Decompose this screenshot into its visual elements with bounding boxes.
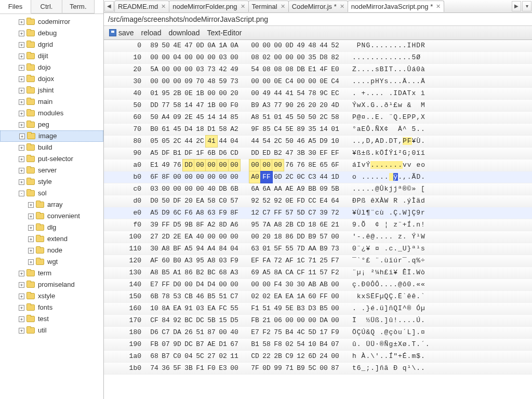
- hex-byte[interactable]: DA: [171, 327, 183, 338]
- hex-byte[interactable]: E4: [318, 195, 329, 207]
- hex-byte[interactable]: 44: [183, 136, 194, 147]
- hex-byte[interactable]: 03: [217, 255, 229, 267]
- hex-byte[interactable]: 91: [183, 303, 194, 314]
- hex-byte[interactable]: 6F: [149, 171, 160, 183]
- hex-byte[interactable]: 47: [194, 100, 206, 111]
- hex-byte[interactable]: 01: [329, 124, 341, 135]
- hex-byte[interactable]: 10: [329, 136, 341, 147]
- hex-byte[interactable]: 5F: [272, 243, 284, 255]
- hex-byte[interactable]: 59: [217, 76, 229, 87]
- hex-byte[interactable]: EA: [171, 303, 183, 314]
- hex-byte[interactable]: 00: [329, 291, 341, 302]
- hex-byte[interactable]: DB: [217, 183, 229, 195]
- hex-byte[interactable]: EC: [329, 88, 341, 99]
- hex-byte[interactable]: 00: [295, 315, 307, 326]
- hex-byte[interactable]: 01: [261, 243, 272, 255]
- hex-byte[interactable]: 49: [261, 88, 272, 99]
- expand-icon[interactable]: +: [19, 271, 24, 276]
- hex-byte[interactable]: 5A: [149, 64, 160, 75]
- hex-byte[interactable]: AA: [307, 243, 318, 255]
- hex-byte[interactable]: 2C: [272, 136, 284, 147]
- expand-icon[interactable]: +: [19, 134, 25, 139]
- hex-byte[interactable]: 00: [229, 231, 240, 243]
- hex-byte[interactable]: 5E: [284, 124, 295, 135]
- hex-byte[interactable]: 68: [149, 351, 160, 362]
- hex-byte[interactable]: AB: [307, 279, 318, 290]
- hex-row[interactable]: 205A0000000373424954080808DBE14FE0Z....s…: [104, 64, 532, 76]
- hex-byte[interactable]: DD: [295, 231, 307, 243]
- hex-byte[interactable]: C0: [171, 351, 183, 362]
- hex-row[interactable]: d0D050DF20EA58C0579252920EFDCCE464ÐPß êX…: [104, 195, 532, 207]
- hex-byte[interactable]: 40: [206, 183, 217, 195]
- hex-byte[interactable]: 6F: [329, 159, 341, 171]
- hex-byte[interactable]: 00: [307, 76, 318, 87]
- hex-byte[interactable]: 51: [261, 303, 272, 314]
- hex-byte[interactable]: 00: [183, 52, 194, 63]
- hex-byte[interactable]: 14: [183, 100, 194, 111]
- hex-byte[interactable]: 0D: [194, 40, 206, 51]
- expand-icon[interactable]: +: [19, 65, 24, 71]
- hex-byte[interactable]: 95: [194, 255, 206, 267]
- hex-byte[interactable]: C4: [284, 76, 295, 87]
- hex-byte[interactable]: 41: [206, 136, 217, 147]
- hex-row[interactable]: 100272D2EEA4000000000201886DDB95700'-.ê@…: [104, 231, 532, 243]
- hex-byte[interactable]: 2C: [194, 136, 206, 147]
- hex-byte[interactable]: B4: [318, 339, 329, 350]
- hex-byte[interactable]: A4: [160, 112, 171, 123]
- hex-byte[interactable]: 90: [284, 100, 295, 111]
- hex-byte[interactable]: 89: [295, 124, 307, 135]
- hex-byte[interactable]: 12: [295, 351, 307, 362]
- hex-byte[interactable]: D9: [318, 136, 329, 147]
- expand-icon[interactable]: +: [19, 76, 24, 82]
- hex-byte[interactable]: 00: [171, 76, 183, 87]
- hex-byte[interactable]: 1B: [194, 88, 206, 99]
- hex-byte[interactable]: 44: [318, 40, 329, 51]
- hex-byte[interactable]: 5B: [206, 315, 217, 326]
- tree-item-util[interactable]: +util: [0, 325, 103, 336]
- hex-byte[interactable]: D1: [206, 124, 217, 135]
- collapse-icon[interactable]: -: [19, 191, 24, 196]
- hex-byte[interactable]: DB: [295, 64, 307, 75]
- hex-row[interactable]: 120AF60B0A395A803F9EFFA72AF1C7125F7¯`°£ …: [104, 255, 532, 267]
- hex-byte[interactable]: 14: [206, 112, 217, 123]
- hex-byte[interactable]: 8E: [307, 159, 318, 171]
- hex-byte[interactable]: 5B: [329, 183, 341, 195]
- hex-byte[interactable]: FD: [295, 195, 307, 207]
- hex-byte[interactable]: D1: [217, 339, 229, 350]
- hex-byte[interactable]: 95: [160, 88, 171, 99]
- hex-byte[interactable]: 1B: [206, 100, 217, 111]
- hex-byte[interactable]: 48: [206, 76, 217, 87]
- hex-byte[interactable]: 0E: [318, 76, 329, 87]
- hex-byte[interactable]: FF: [272, 207, 284, 219]
- hex-byte[interactable]: 49: [229, 64, 240, 75]
- expand-icon[interactable]: +: [19, 122, 24, 128]
- hex-byte[interactable]: 03: [194, 64, 206, 75]
- hex-byte[interactable]: E0: [329, 64, 341, 75]
- hex-byte[interactable]: C7: [160, 327, 171, 338]
- hex-byte[interactable]: 00: [229, 171, 240, 183]
- hex-byte[interactable]: FB: [249, 315, 261, 326]
- hex-byte[interactable]: 00: [171, 183, 183, 195]
- hex-byte[interactable]: FF: [160, 279, 171, 290]
- hex-byte[interactable]: 00: [160, 64, 171, 75]
- hex-byte[interactable]: F1: [194, 363, 206, 374]
- hex-byte[interactable]: A0: [249, 171, 261, 183]
- hex-byte[interactable]: 60: [160, 255, 171, 267]
- hex-byte[interactable]: EA: [206, 303, 217, 314]
- hex-byte[interactable]: 00: [229, 52, 240, 63]
- hex-byte[interactable]: B3: [295, 303, 307, 314]
- hex-byte[interactable]: 50: [295, 112, 307, 123]
- hex-byte[interactable]: 7A: [261, 219, 272, 231]
- expand-icon[interactable]: +: [28, 236, 34, 242]
- hex-byte[interactable]: F0: [229, 100, 240, 111]
- hex-byte[interactable]: 5E: [284, 303, 295, 314]
- hex-byte[interactable]: 09: [183, 76, 194, 87]
- hex-byte[interactable]: 4D: [329, 100, 341, 111]
- hex-byte[interactable]: 09: [318, 183, 329, 195]
- tree-item-dgrid[interactable]: +dgrid: [0, 39, 103, 50]
- hex-byte[interactable]: 00: [295, 76, 307, 87]
- hex-byte[interactable]: 00: [261, 279, 272, 290]
- hex-byte[interactable]: 76: [295, 159, 307, 171]
- hex-byte[interactable]: 2B: [171, 88, 183, 99]
- hex-byte[interactable]: 76: [171, 159, 183, 171]
